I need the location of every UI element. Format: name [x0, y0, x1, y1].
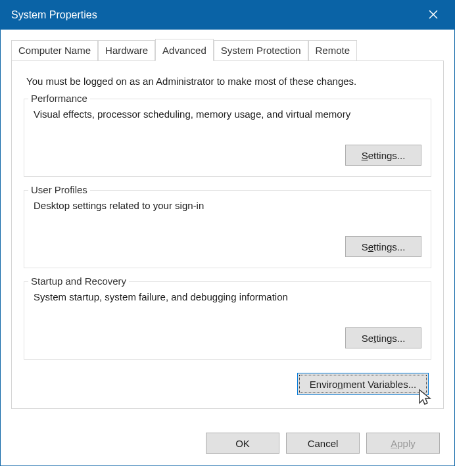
startup-recovery-settings-button[interactable]: Settings... [345, 327, 421, 348]
titlebar: System Properties [1, 1, 454, 30]
user-profiles-group: User Profiles Desktop settings related t… [24, 190, 431, 268]
startup-recovery-desc: System startup, system failure, and debu… [34, 291, 421, 302]
performance-label: Performance [28, 93, 90, 104]
tab-remote[interactable]: Remote [308, 40, 358, 61]
performance-group: Performance Visual effects, processor sc… [24, 99, 431, 177]
user-profiles-settings-button[interactable]: Settings... [345, 236, 421, 257]
cancel-button[interactable]: Cancel [286, 433, 360, 454]
tab-advanced[interactable]: Advanced [155, 39, 214, 61]
dialog-content: Computer Name Hardware Advanced System P… [1, 30, 454, 421]
env-variables-row: Environment Variables... [24, 373, 429, 395]
close-button[interactable] [421, 3, 445, 27]
startup-recovery-label: Startup and Recovery [28, 275, 129, 287]
apply-button[interactable]: Apply [366, 433, 440, 454]
tab-advanced-body: You must be logged on as an Administrato… [11, 61, 444, 409]
ok-button[interactable]: OK [206, 433, 279, 454]
system-properties-dialog: System Properties Computer Name Hardware… [0, 0, 455, 466]
tab-system-protection[interactable]: System Protection [214, 40, 308, 61]
tabs: Computer Name Hardware Advanced System P… [11, 39, 444, 61]
performance-desc: Visual effects, processor scheduling, me… [34, 108, 421, 120]
startup-recovery-group: Startup and Recovery System startup, sys… [24, 281, 431, 360]
admin-notice: You must be logged on as an Administrato… [26, 76, 431, 87]
user-profiles-label: User Profiles [28, 184, 90, 195]
user-profiles-desc: Desktop settings related to your sign-in [34, 200, 421, 211]
close-icon [429, 9, 438, 21]
performance-settings-button[interactable]: Settings... [345, 145, 421, 166]
dialog-title: System Properties [11, 9, 421, 21]
environment-variables-button[interactable]: Environment Variables... [297, 373, 429, 395]
tab-computer-name[interactable]: Computer Name [11, 40, 98, 61]
dialog-buttons: OK Cancel Apply [1, 421, 454, 465]
tab-hardware[interactable]: Hardware [98, 40, 155, 61]
